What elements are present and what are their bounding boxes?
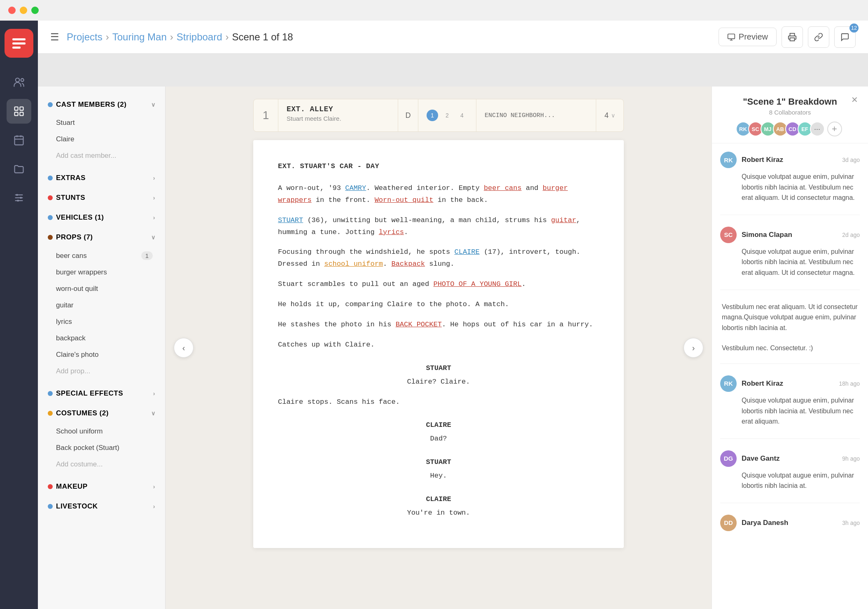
comment-3-author-name: Robert Kiraz xyxy=(742,379,834,388)
menu-button[interactable]: ☰ xyxy=(50,31,59,43)
prop-item-beer-cans[interactable]: beer cans 1 xyxy=(38,247,165,264)
script-para-1: A worn-out, '93 CAMRY. Weathered interio… xyxy=(278,183,599,206)
nav-calendar[interactable] xyxy=(7,128,31,152)
script-para-2: STUART (36), unwitting but well-meaning,… xyxy=(278,215,599,239)
prop-item-worn-quilt[interactable]: worn-out quilt xyxy=(38,281,165,297)
breadcrumb-projects[interactable]: Projects xyxy=(67,31,103,43)
costume-item-back-pocket[interactable]: Back pocket (Stuart) xyxy=(38,440,165,456)
nav-settings[interactable] xyxy=(7,185,31,210)
page-1[interactable]: 1 xyxy=(427,110,438,121)
collab-more: ··· xyxy=(810,122,825,136)
breadcrumb-sep-1: › xyxy=(106,31,109,43)
nav-folder[interactable] xyxy=(7,157,31,181)
print-button[interactable] xyxy=(782,26,803,48)
prop-claires-photo-label: Claire's photo xyxy=(56,351,98,359)
page-2[interactable]: 2 xyxy=(441,110,453,121)
comments-list: RK Robert Kiraz 3d ago Quisque volutpat … xyxy=(712,143,868,609)
cast-ref-claire: CLAIRE xyxy=(454,248,479,256)
category-makeup-header[interactable]: MAKEUP › xyxy=(38,477,165,497)
script-para-6: He stashes the photo in his BACK POCKET.… xyxy=(278,319,599,331)
category-stunts-header[interactable]: STUNTS › xyxy=(38,188,165,208)
standalone-text-2: Vestibulum nec. Consectetur. :) xyxy=(720,343,860,354)
vehicles-chevron: › xyxy=(153,214,155,221)
comment-3-text: Quisque volutpat augue enim, pulvinar lo… xyxy=(720,395,860,427)
breadcrumb-sep-2: › xyxy=(170,31,173,43)
comment-2-author-info: Simona Clapan xyxy=(742,231,837,239)
svg-rect-6 xyxy=(20,107,23,110)
prop-beer-cans-badge: 1 xyxy=(141,251,153,260)
cast-item-stuart[interactable]: Stuart xyxy=(38,115,165,131)
prop-item-burger-wrappers[interactable]: burger wrappers xyxy=(38,264,165,281)
comment-1-author-row: RK Robert Kiraz 3d ago xyxy=(720,152,860,168)
makeup-dot xyxy=(48,484,53,489)
script-para-4: Stuart scrambles to pull out an aged PHO… xyxy=(278,279,599,290)
prop-item-backpack[interactable]: backpack xyxy=(38,330,165,347)
category-fx-header[interactable]: SPECIAL EFFECTS › xyxy=(38,384,165,403)
prop-ref-worn-quilt: Worn-out quilt xyxy=(375,196,434,204)
nav-people[interactable] xyxy=(7,70,31,95)
prop-item-lyrics[interactable]: lyrics xyxy=(38,314,165,330)
breadcrumb: ☰ Projects › Touring Man › Stripboard › … xyxy=(50,31,293,43)
add-cast-member[interactable]: Add cast member... xyxy=(38,148,165,164)
cast-chevron: ∨ xyxy=(151,101,156,108)
svg-point-17 xyxy=(20,197,22,199)
comments-panel: "Scene 1" Breakdown 8 Collaborators RK S… xyxy=(712,87,868,609)
minimize-dot[interactable] xyxy=(20,7,27,14)
comments-title: "Scene 1" Breakdown xyxy=(722,96,858,107)
scene-nav-next[interactable]: › xyxy=(684,338,703,358)
category-vehicles-header[interactable]: VEHICLES (1) › xyxy=(38,208,165,227)
collab-add[interactable]: + xyxy=(827,122,842,136)
category-costumes-header[interactable]: COSTUMES (2) ∨ xyxy=(38,403,165,423)
cast-item-claire[interactable]: Claire xyxy=(38,131,165,148)
fx-label: SPECIAL EFFECTS xyxy=(56,389,123,398)
prop-backpack-label: backpack xyxy=(56,334,86,342)
scene-duration-value: 4 xyxy=(604,111,609,120)
header-actions: Preview xyxy=(719,26,856,48)
prop-item-claires-photo[interactable]: Claire's photo xyxy=(38,347,165,363)
close-dot[interactable] xyxy=(8,7,16,14)
add-costume[interactable]: Add costume... xyxy=(38,456,165,473)
breadcrumb-stripboard[interactable]: Stripboard xyxy=(177,31,222,43)
costumes-label: COSTUMES (2) xyxy=(56,409,109,417)
preview-button[interactable]: Preview xyxy=(719,28,777,46)
comment-5-author-row: DD Darya Danesh 3h ago xyxy=(720,515,860,531)
breadcrumb-touring-man[interactable]: Touring Man xyxy=(112,31,167,43)
comment-5-avatar: DD xyxy=(720,515,737,531)
svg-rect-19 xyxy=(728,34,735,39)
livestock-label: LIVESTOCK xyxy=(56,502,98,511)
prop-item-guitar[interactable]: guitar xyxy=(38,297,165,314)
add-prop[interactable]: Add prop... xyxy=(38,363,165,379)
category-cast-header[interactable]: CAST MEMBERS (2) ∨ xyxy=(38,95,165,115)
scene-location: ENCINO NEIGHBORH... xyxy=(476,99,596,131)
close-panel-button[interactable]: ✕ xyxy=(851,95,858,105)
category-extras-left: EXTRAS xyxy=(48,174,86,182)
divider-5 xyxy=(720,503,860,503)
category-vehicles: VEHICLES (1) › xyxy=(38,208,165,227)
prop-ref-beer-cans: beer cans xyxy=(484,184,522,192)
chat-button[interactable]: 12 xyxy=(834,26,856,48)
props-label: PROPS (7) xyxy=(56,233,93,241)
icon-sidebar xyxy=(0,21,38,609)
script-heading: EXT. STUART'S CAR - DAY xyxy=(278,161,599,173)
header-bar: ☰ Projects › Touring Man › Stripboard › … xyxy=(38,21,868,54)
character-stuart-1: STUART xyxy=(278,363,599,375)
category-extras-header[interactable]: EXTRAS › xyxy=(38,168,165,188)
costume-item-school-uniform[interactable]: School uniform xyxy=(38,423,165,440)
maximize-dot[interactable] xyxy=(31,7,39,14)
script-para-7: Catches up with Claire. xyxy=(278,339,599,351)
dialogue-youre-in-town: You're in town. xyxy=(278,507,599,519)
comment-3: RK Robert Kiraz 18h ago Quisque volutpat… xyxy=(720,375,860,427)
titlebar xyxy=(0,0,868,21)
category-livestock-header[interactable]: LIVESTOCK › xyxy=(38,497,165,516)
category-props-header[interactable]: PROPS (7) ∨ xyxy=(38,227,165,247)
scene-nav-prev[interactable]: ‹ xyxy=(174,338,194,358)
stunts-dot xyxy=(48,195,53,200)
link-button[interactable] xyxy=(808,26,829,48)
page-4[interactable]: 4 xyxy=(456,110,468,121)
nav-list[interactable] xyxy=(7,99,31,124)
dialogue-claire-claire: Claire? Claire. xyxy=(278,376,599,388)
comment-1: RK Robert Kiraz 3d ago Quisque volutpat … xyxy=(720,152,860,203)
divider-3 xyxy=(720,363,860,364)
comment-2-time: 2d ago xyxy=(842,232,860,238)
scene-duration-chevron[interactable]: ∨ xyxy=(611,112,615,119)
